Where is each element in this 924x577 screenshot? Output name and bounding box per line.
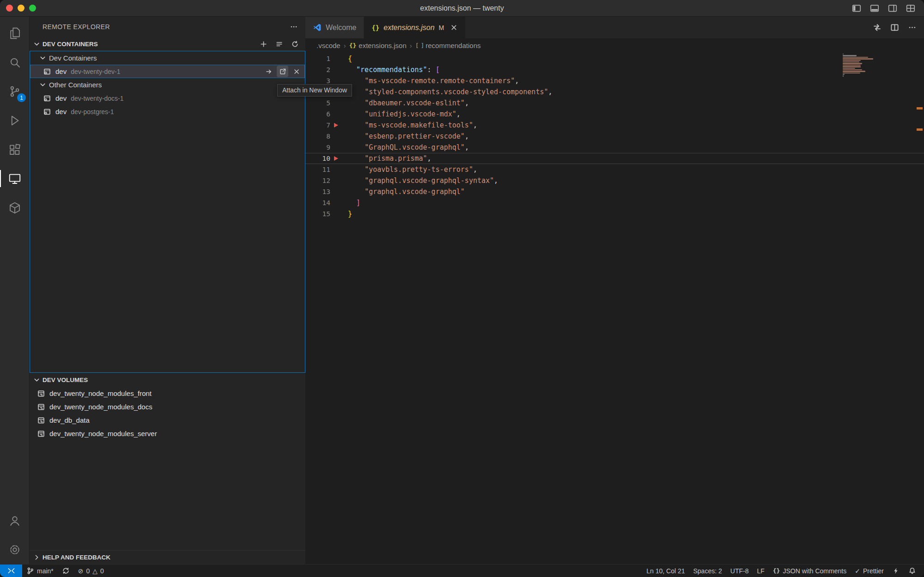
code-text: "ms-vscode.makefile-tools", xyxy=(348,120,477,131)
breadcrumb-item-recommendations[interactable]: [ ]recommendations xyxy=(415,42,481,49)
minimap-line xyxy=(843,60,861,61)
code-line-2[interactable]: 2 "recommendations": [ xyxy=(305,64,924,75)
cursor-position[interactable]: Ln 10, Col 21 xyxy=(642,565,689,577)
code-line-9[interactable]: 9 "GraphQL.vscode-graphql", xyxy=(305,142,924,153)
filter-icon[interactable] xyxy=(275,40,283,48)
code-text: "recommendations": [ xyxy=(348,64,440,75)
more-actions-icon[interactable] xyxy=(908,23,917,32)
container-name: dev xyxy=(55,108,67,115)
zoom-window-button[interactable] xyxy=(29,5,36,12)
chevron-down-icon xyxy=(39,81,47,89)
breadcrumb-item-extensions-json[interactable]: {}extensions.json xyxy=(349,42,407,49)
minimize-window-button[interactable] xyxy=(18,5,24,12)
volume-item-dev_twenty_node_modules_docs[interactable]: dev_twenty_node_modules_docs xyxy=(30,400,305,413)
section-dev-containers-label: DEV CONTAINERS xyxy=(43,41,98,48)
code-line-13[interactable]: 13 "graphql.vscode-graphql" xyxy=(305,186,924,197)
code-text: "prisma.prisma", xyxy=(348,153,432,164)
volume-item-dev_twenty_node_modules_server[interactable]: dev_twenty_node_modules_server xyxy=(30,427,305,440)
sync-changes-button[interactable] xyxy=(58,565,74,577)
container-item-dev-twenty-dev-1[interactable]: devdev-twenty-dev-1 xyxy=(30,65,305,78)
section-dev-volumes[interactable]: DEV VOLUMES xyxy=(30,373,305,387)
add-icon[interactable] xyxy=(260,40,267,48)
gutter xyxy=(330,164,348,175)
container-item-dev-twenty-docs-1[interactable]: devdev-twenty-docs-1 xyxy=(30,91,305,105)
attach-container-button[interactable] xyxy=(263,66,274,77)
refresh-icon[interactable] xyxy=(291,40,299,48)
breadcrumb-label: extensions.json xyxy=(359,42,406,49)
close-window-button[interactable] xyxy=(6,5,13,12)
tab-welcome[interactable]: Welcome xyxy=(305,17,364,38)
section-dev-volumes-label: DEV VOLUMES xyxy=(43,377,88,383)
section-help-label: HELP AND FEEDBACK xyxy=(43,554,110,561)
tree-group-other-containers[interactable]: Other Containers xyxy=(30,78,305,91)
indentation-status[interactable]: Spaces: 2 xyxy=(689,565,726,577)
activity-bar-item-containers[interactable] xyxy=(0,193,29,222)
volume-icon xyxy=(37,430,45,438)
code-line-6[interactable]: 6 "unifiedjs.vscode-mdx", xyxy=(305,109,924,120)
encoding-status[interactable]: UTF-8 xyxy=(726,565,753,577)
editor-tab-actions xyxy=(873,17,924,38)
container-item-dev-postgres-1[interactable]: devdev-postgres-1 xyxy=(30,105,305,118)
activity-bar-item-extensions[interactable] xyxy=(0,135,29,164)
attach-container-icon xyxy=(265,68,273,75)
remote-indicator[interactable] xyxy=(0,565,22,577)
notifications-button[interactable] xyxy=(904,565,920,577)
activity-bar-item-run-debug[interactable] xyxy=(0,106,29,135)
toggle-primary-sidebar-icon[interactable] xyxy=(851,3,862,13)
minimap[interactable] xyxy=(843,54,880,77)
split-editor-icon[interactable] xyxy=(890,23,899,32)
activity-bar-item-accounts[interactable] xyxy=(0,506,29,535)
section-dev-containers[interactable]: DEV CONTAINERS xyxy=(30,37,305,51)
formatter-status[interactable]: ✓ Prettier xyxy=(851,565,888,577)
code-line-7[interactable]: 7 "ms-vscode.makefile-tools", xyxy=(305,120,924,131)
activity-bar-item-search[interactable] xyxy=(0,48,29,77)
eol-status[interactable]: LF xyxy=(753,565,768,577)
code-line-10[interactable]: 10 "prisma.prisma", xyxy=(305,153,924,164)
toggle-panel-icon[interactable] xyxy=(869,3,880,13)
close-tab-icon[interactable] xyxy=(450,24,458,31)
activity-bar-item-source-control[interactable]: 1 xyxy=(0,77,29,106)
git-branch-status[interactable]: main* xyxy=(22,565,58,577)
breadcrumb-item--vscode[interactable]: .vscode xyxy=(316,42,340,49)
status-bar: main* ⊘ 0 △ 0 Ln 10, Col 21 Spaces: 2 UT… xyxy=(0,564,924,577)
toggle-secondary-sidebar-icon[interactable] xyxy=(888,3,898,13)
code-line-11[interactable]: 11 "yoavbls.pretty-ts-errors", xyxy=(305,164,924,175)
activity-bar-item-explorer[interactable] xyxy=(0,18,29,48)
code-line-3[interactable]: 3 "ms-vscode-remote.remote-containers", xyxy=(305,75,924,86)
open-changes-icon[interactable] xyxy=(873,23,881,32)
tree-group-dev-containers[interactable]: Dev Containers xyxy=(30,51,305,65)
code-line-1[interactable]: 1{ xyxy=(305,53,924,64)
code-line-15[interactable]: 15} xyxy=(305,208,924,219)
code-line-12[interactable]: 12 "graphql.vscode-graphql-syntax", xyxy=(305,175,924,186)
sidebar-pane-header: REMOTE EXPLORER xyxy=(30,17,305,37)
code-editor[interactable]: 1{2 "recommendations": [3 "ms-vscode-rem… xyxy=(305,52,924,564)
tab-welcome-label: Welcome xyxy=(326,24,356,32)
code-line-5[interactable]: 5 "dbaeumer.vscode-eslint", xyxy=(305,97,924,109)
volume-item-dev_twenty_node_modules_front[interactable]: dev_twenty_node_modules_front xyxy=(30,387,305,400)
language-mode[interactable]: {} JSON with Comments xyxy=(769,565,851,577)
more-actions-icon[interactable] xyxy=(290,23,298,31)
code-line-4[interactable]: 4 "styled-components.vscode-styled-compo… xyxy=(305,86,924,97)
problems-status[interactable]: ⊘ 0 △ 0 xyxy=(74,565,108,577)
gutter xyxy=(330,97,348,109)
code-line-8[interactable]: 8 "esbenp.prettier-vscode", xyxy=(305,131,924,142)
vscode-logo-icon xyxy=(313,23,322,32)
volume-name: dev_db_data xyxy=(49,416,90,424)
code-line-14[interactable]: 14 ] xyxy=(305,197,924,208)
window-title: extensions.json — twenty xyxy=(116,4,808,12)
check-icon: ✓ xyxy=(855,567,860,575)
dev-containers-actions xyxy=(260,40,299,48)
stop-container-button[interactable] xyxy=(291,66,302,77)
section-help-and-feedback[interactable]: HELP AND FEEDBACK xyxy=(30,550,305,564)
volume-item-dev_db_data[interactable]: dev_db_data xyxy=(30,413,305,427)
minimap-line xyxy=(843,57,868,58)
customize-layout-icon[interactable] xyxy=(906,3,916,13)
line-number: 14 xyxy=(305,197,330,208)
tree-group-label: Dev Containers xyxy=(49,54,97,62)
attach-new-window-button[interactable] xyxy=(277,66,288,77)
code-text: "styled-components.vscode-styled-compone… xyxy=(348,86,553,97)
activity-bar-item-settings[interactable] xyxy=(0,535,29,564)
feedback-button[interactable] xyxy=(888,565,904,577)
tab-extensions-json[interactable]: {} extensions.json M xyxy=(364,17,465,38)
activity-bar-item-remote-explorer[interactable] xyxy=(0,164,29,193)
